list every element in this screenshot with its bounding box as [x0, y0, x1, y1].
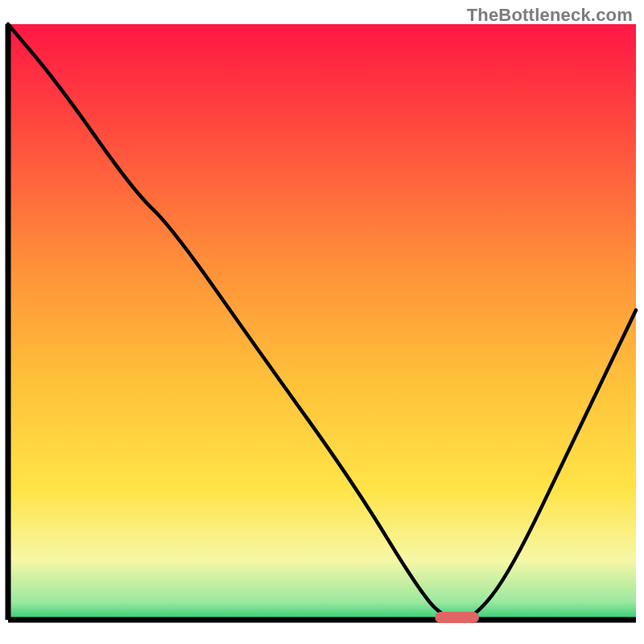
plot-area-gradient	[8, 24, 636, 620]
watermark-label: TheBottleneck.com	[467, 5, 633, 26]
chart-container: TheBottleneck.com	[0, 0, 644, 644]
bottleneck-line-chart	[0, 0, 644, 644]
optimum-marker	[435, 612, 479, 623]
